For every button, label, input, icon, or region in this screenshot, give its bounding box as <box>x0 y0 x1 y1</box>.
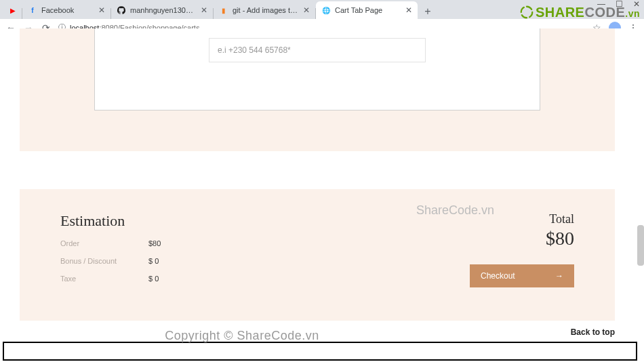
total-label: Total <box>549 212 574 226</box>
row-value: $ 0 <box>148 275 159 283</box>
logo-share: SHARE <box>536 5 585 20</box>
copyright-footer <box>3 342 637 361</box>
estimation-panel: Estimation Order $80 Bonus / Discount $ … <box>20 189 615 321</box>
sharecode-logo: SHARECODE.vn <box>519 5 640 20</box>
row-label: Order <box>60 239 148 247</box>
tab-label: manhnguyen130399/WebSpring <box>130 6 197 14</box>
tab-github[interactable]: manhnguyen130399/WebSpring ✕ <box>111 1 213 19</box>
facebook-icon: f <box>28 5 37 15</box>
row-label: Bonus / Discount <box>60 257 148 265</box>
estimation-row-bonus: Bonus / Discount $ 0 <box>60 257 161 265</box>
copyright-text: Copyright © ShareCode.vn <box>165 329 319 343</box>
page-viewport: e.i +230 544 65768* Estimation Order $80… <box>0 28 644 354</box>
globe-icon: 🌐 <box>321 5 331 15</box>
shipping-form: e.i +230 544 65768* <box>94 28 540 110</box>
estimation-row-order: Order $80 <box>60 239 161 247</box>
phone-input[interactable]: e.i +230 544 65768* <box>209 38 426 62</box>
watermark-center: ShareCode.vn <box>416 203 494 218</box>
youtube-icon: ▶ <box>8 5 18 15</box>
estimation-row-taxe: Taxe $ 0 <box>60 275 161 283</box>
new-tab-button[interactable]: + <box>420 4 435 19</box>
close-icon[interactable]: ✕ <box>98 5 105 15</box>
logo-tld: .vn <box>625 8 640 19</box>
close-icon[interactable]: ✕ <box>303 5 310 15</box>
row-label: Taxe <box>60 275 148 283</box>
tab-facebook[interactable]: f Facebook ✕ <box>22 1 110 19</box>
checkout-button[interactable]: Checkout → <box>470 264 574 287</box>
row-value: $ 0 <box>148 257 159 265</box>
estimation-title: Estimation <box>60 212 161 230</box>
tab-youtube[interactable]: ▶ <box>4 1 22 19</box>
tab-label: Facebook <box>41 6 94 14</box>
tab-cart[interactable]: 🌐 Cart Tab Page ✕ <box>316 1 418 19</box>
tab-label: Cart Tab Page <box>335 6 401 14</box>
stackoverflow-icon: ▮ <box>219 5 228 15</box>
github-icon <box>117 5 126 15</box>
close-icon[interactable]: ✕ <box>405 5 412 15</box>
arrow-right-icon: → <box>555 271 563 281</box>
shipping-panel: e.i +230 544 65768* <box>20 28 615 151</box>
total-value: $80 <box>546 228 574 249</box>
logo-code: CODE <box>584 5 625 20</box>
scrollbar-thumb[interactable] <box>637 225 644 266</box>
tab-label: git - Add images to README.md <box>233 6 299 14</box>
logo-swirl-icon <box>519 5 534 20</box>
close-icon[interactable]: ✕ <box>201 5 207 15</box>
tab-stackoverflow[interactable]: ▮ git - Add images to README.md ✕ <box>214 1 315 19</box>
checkout-label: Checkout <box>481 271 515 281</box>
row-value: $80 <box>148 239 161 247</box>
